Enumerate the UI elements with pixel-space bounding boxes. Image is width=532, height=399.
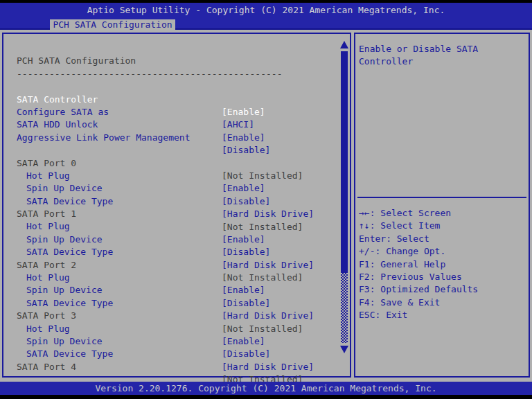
tab-pch-sata-configuration[interactable]: PCH SATA Configuration — [50, 19, 175, 31]
setting-sata-hdd-unlock[interactable]: SATA HDD Unlock [Enable] — [3, 106, 350, 118]
setting-configure-sata-as[interactable]: Configure SATA as [AHCI] — [3, 94, 350, 106]
setting-aggressive-link-power-management[interactable]: Aggressive Link Power Management [Disabl… — [3, 118, 350, 131]
key-f1-general-help: F1: General Help — [359, 258, 529, 271]
settings-list: PCH SATA Configuration -----------------… — [3, 34, 350, 361]
version-text: Version 2.20.1276. Copyright (C) 2021 Am… — [95, 383, 436, 393]
setting-port3-spin-up-device[interactable]: Spin Up Device [Disable] — [3, 323, 350, 335]
key-f3-optimized-defaults: F3: Optimized Defaults — [359, 283, 529, 296]
bios-screen: Aptio Setup Utility - Copyright (C) 2021… — [0, 0, 532, 399]
panel-title: PCH SATA Configuration — [3, 42, 350, 55]
tab-bar: PCH SATA Configuration — [0, 18, 532, 30]
info-sata-port-0: SATA Port 0 [Not Installed] — [3, 144, 350, 157]
key-change-opt: +/-: Change Opt. — [359, 245, 529, 258]
info-sata-port-2: SATA Port 2 [Not Installed] — [3, 246, 350, 258]
title-bar: Aptio Setup Utility - Copyright (C) 2021… — [0, 3, 532, 18]
help-panel: Enable or Disable SATA Controller →←: Se… — [354, 33, 530, 378]
key-f4-save-exit: F4: Save & Exit — [359, 296, 529, 309]
setting-port2-spin-up-device[interactable]: Spin Up Device [Disable] — [3, 272, 350, 284]
setting-port2-sata-device-type[interactable]: SATA Device Type [Hard Disk Drive] — [3, 284, 350, 296]
setting-port0-spin-up-device[interactable]: Spin Up Device [Disable] — [3, 170, 350, 182]
separator: ----------------------------------------… — [3, 55, 350, 67]
setting-port0-sata-device-type[interactable]: SATA Device Type [Hard Disk Drive] — [3, 182, 350, 195]
info-sata-port-3: SATA Port 3 [Not Installed] — [3, 297, 350, 310]
item-help-text: Enable or Disable SATA Controller — [355, 34, 529, 197]
scrollbar[interactable] — [340, 34, 348, 376]
setting-port2-hot-plug[interactable]: Hot Plug [Enable] — [3, 259, 350, 272]
info-sata-port-4: SATA Port 4 [Not Installed] — [3, 348, 350, 360]
key-esc-exit: ESC: Exit — [359, 309, 529, 321]
setting-port1-spin-up-device[interactable]: Spin Up Device [Disable] — [3, 220, 350, 233]
setting-port3-hot-plug[interactable]: Hot Plug [Enable] — [3, 310, 350, 322]
key-select-item: ↑↓: Select Item — [359, 220, 529, 232]
key-f2-previous-values: F2: Previous Values — [359, 271, 529, 283]
settings-panel: PCH SATA Configuration -----------------… — [2, 33, 351, 378]
scroll-up-icon[interactable] — [340, 41, 348, 48]
app-title: Aptio Setup Utility - Copyright (C) 2021… — [87, 5, 445, 15]
scrollbar-track[interactable] — [341, 273, 348, 343]
content-area: PCH SATA Configuration -----------------… — [0, 30, 532, 382]
version-bar: Version 2.20.1276. Copyright (C) 2021 Am… — [0, 382, 532, 395]
setting-sata-controller[interactable]: SATA Controller [Enable] — [3, 80, 350, 93]
setting-port1-sata-device-type[interactable]: SATA Device Type [Hard Disk Drive] — [3, 233, 350, 246]
scrollbar-thumb[interactable] — [341, 51, 348, 273]
tab-label: PCH SATA Configuration — [53, 19, 172, 30]
setting-port0-hot-plug[interactable]: Hot Plug [Enable] — [3, 157, 350, 170]
setting-port3-sata-device-type[interactable]: SATA Device Type [Hard Disk Drive] — [3, 335, 350, 348]
setting-port1-hot-plug[interactable]: Hot Plug [Enable] — [3, 208, 350, 220]
info-sata-port-1: SATA Port 1 [Not Installed] — [3, 195, 350, 208]
key-select-screen: →←: Select Screen — [359, 207, 529, 220]
key-legend: →←: Select Screen ↑↓: Select Item Enter:… — [355, 198, 529, 322]
scroll-down-icon[interactable] — [340, 346, 348, 353]
key-enter-select: Enter: Select — [359, 233, 529, 245]
